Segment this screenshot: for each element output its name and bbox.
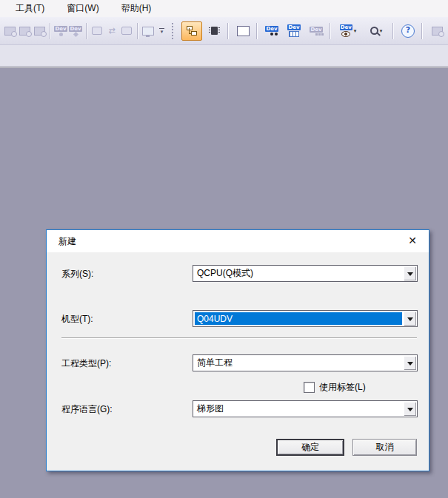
type-label: 机型(T):: [61, 313, 93, 326]
cancel-button[interactable]: 取消: [352, 439, 417, 456]
series-value: QCPU(Q模式): [195, 267, 402, 280]
menu-window[interactable]: 窗口(W): [56, 1, 110, 16]
use-label-checkbox[interactable]: [304, 382, 315, 393]
series-dropdown-arrow-icon[interactable]: [404, 266, 416, 280]
dialog-title: 新建: [58, 235, 76, 248]
dot-glyph: [59, 33, 63, 36]
language-dropdown-arrow-icon[interactable]: [404, 402, 416, 416]
chevron-down-icon: ▾: [354, 28, 357, 34]
project-type-value: 简单工程: [195, 357, 402, 369]
window-glyph: [237, 26, 250, 36]
device-test-glyph: [34, 27, 45, 36]
menu-bar: 工具(T) 窗口(W) 帮助(H): [0, 0, 448, 17]
dev-watch-glyph: Dev: [287, 24, 300, 37]
toolbar-grip[interactable]: [172, 23, 176, 39]
language-label: 程序语言(G):: [61, 403, 113, 416]
network-glyph: [315, 33, 318, 36]
bubble-glyph: [92, 27, 102, 35]
dev-reference-glyph: Dev: [310, 27, 322, 36]
type-combobox[interactable]: Q04UDV: [193, 310, 418, 327]
language-value: 梯形图: [195, 403, 402, 415]
dialog-titlebar[interactable]: 新建 ✕: [47, 230, 429, 252]
type-value: Q04UDV: [195, 312, 402, 325]
new-project-dialog: 新建 ✕ 系列(S): QCPU(Q模式) 机型(T): Q04UDV 工程类型…: [46, 229, 429, 471]
device-search-icon[interactable]: Dev: [261, 22, 282, 40]
ok-button[interactable]: 确定: [276, 439, 344, 456]
toolbar-separator: [227, 23, 228, 39]
binoculars-glyph: [270, 33, 273, 36]
clipped-glyph: [432, 27, 443, 36]
dev-display-glyph: Dev: [340, 24, 352, 37]
toolbar: Dev Dev ⇄ ▾ Dev Dev Dev: [0, 17, 448, 45]
output-window-icon[interactable]: [233, 22, 253, 40]
toolbar-separator: [137, 23, 138, 39]
dev-tag: Dev: [287, 24, 300, 30]
monitor-glyph: [142, 27, 154, 36]
toolbar-separator: [421, 23, 422, 39]
zoom-dropdown[interactable]: ▾: [363, 22, 390, 40]
series-label: 系列(S):: [61, 268, 93, 280]
statement-icon[interactable]: [90, 22, 104, 40]
type-dropdown-arrow-icon[interactable]: [404, 312, 416, 326]
toolbar-separator: [392, 23, 393, 39]
tree-line: [189, 28, 190, 34]
grid-glyph: [289, 31, 299, 37]
device-batch-monitor-icon[interactable]: [17, 22, 32, 40]
device-batch-glyph: [19, 27, 30, 36]
dev-clear-icon[interactable]: Dev: [68, 22, 83, 40]
dev-register-icon[interactable]: Dev: [53, 22, 68, 40]
app-window: 工具(T) 窗口(W) 帮助(H) Dev Dev ⇄ ▾: [0, 0, 448, 498]
dev-register-glyph: Dev: [54, 26, 67, 36]
clipped-icon[interactable]: [427, 22, 447, 40]
remote-operation-icon[interactable]: [141, 22, 156, 40]
navigation-window-icon[interactable]: [181, 21, 202, 41]
transfer-glyph: ⇄: [108, 26, 115, 36]
magnifier-glyph: [370, 27, 378, 35]
overflow-caret: ▾: [161, 30, 164, 34]
project-type-dropdown-arrow-icon[interactable]: [404, 356, 416, 370]
dev-tag: Dev: [54, 26, 67, 32]
note-icon[interactable]: [119, 22, 134, 40]
dev-tag: Dev: [340, 24, 352, 30]
device-monitor-glyph: [4, 27, 16, 36]
dev-search-glyph: Dev: [265, 26, 278, 36]
dev-tag: Dev: [265, 26, 278, 32]
device-test-icon[interactable]: [32, 22, 47, 40]
watch-window-icon[interactable]: Dev: [284, 22, 304, 40]
module-icon[interactable]: [204, 22, 224, 40]
dev-tag: Dev: [69, 26, 81, 32]
bubble-glyph: [121, 27, 132, 35]
tree-glyph: [187, 26, 197, 36]
toolbar-separator: [86, 23, 87, 39]
toolbar-separator: [256, 23, 257, 39]
transfer-icon[interactable]: ⇄: [104, 22, 119, 40]
diamond-glyph: [73, 31, 78, 36]
project-type-combobox[interactable]: 简单工程: [193, 354, 418, 371]
toolbar-separator: [330, 23, 330, 39]
help-icon: ?: [401, 24, 415, 38]
chip-glyph: [211, 27, 218, 35]
toolbar-separator: [50, 23, 50, 39]
eye-glyph: [341, 31, 350, 37]
menu-tools[interactable]: 工具(T): [4, 1, 56, 16]
device-display-dropdown[interactable]: Dev ▾: [335, 22, 361, 40]
toolbar-empty-row: [0, 45, 448, 67]
use-label-text: 使用标签(L): [319, 381, 366, 394]
use-label-row: 使用标签(L): [304, 381, 366, 394]
project-type-label: 工程类型(P):: [61, 357, 111, 370]
group-separator: [61, 337, 417, 339]
help-button[interactable]: ?: [398, 22, 418, 40]
language-combobox[interactable]: 梯形图: [193, 400, 418, 417]
menu-help[interactable]: 帮助(H): [110, 1, 163, 16]
dev-clear-glyph: Dev: [69, 26, 81, 36]
toolbar-overflow-button[interactable]: ▾: [157, 28, 167, 34]
dev-tag: Dev: [310, 27, 322, 33]
chevron-down-icon: ▾: [380, 28, 383, 34]
device-monitor-icon[interactable]: [2, 22, 17, 40]
series-combobox[interactable]: QCPU(Q模式): [193, 265, 418, 282]
close-button[interactable]: ✕: [408, 235, 417, 246]
device-reference-icon[interactable]: Dev: [306, 22, 327, 40]
